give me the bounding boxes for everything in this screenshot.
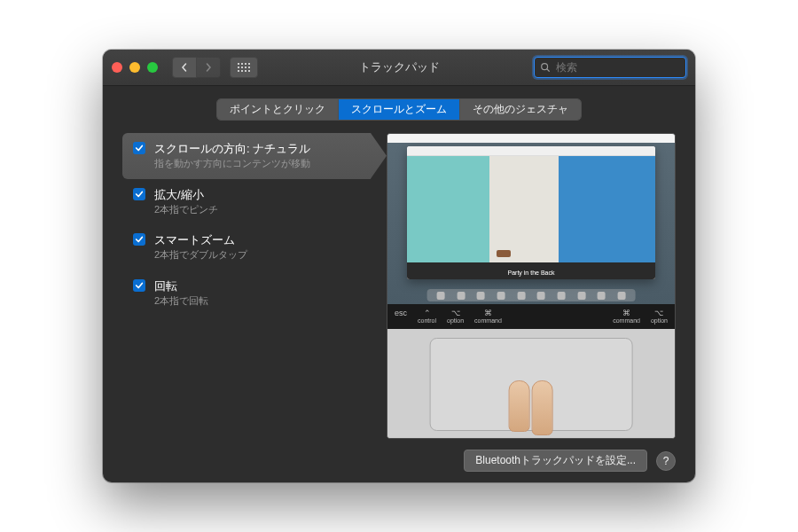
- key-control: ⌃control: [418, 309, 436, 324]
- nav-buttons: [172, 57, 221, 78]
- checkmark-icon: [135, 281, 144, 290]
- preview-caption: Party in the Back: [407, 262, 655, 279]
- option-scroll-direction[interactable]: スクロールの方向: ナチュラル 指を動かす方向にコンテンツが移動: [122, 133, 371, 179]
- bluetooth-trackpad-button[interactable]: Bluetoothトラックパッドを設定...: [464, 450, 647, 472]
- key-esc: esc: [395, 309, 407, 324]
- option-text: スマートズーム 2本指でダブルタップ: [154, 232, 247, 262]
- checkmark-icon: [135, 144, 144, 153]
- preview-caption-title: Party in the Back: [508, 270, 555, 277]
- option-subtitle: 2本指でダブルタップ: [154, 248, 247, 262]
- chevron-right-icon: [204, 63, 213, 72]
- checkbox-scroll-direction[interactable]: [133, 142, 145, 154]
- close-window-button[interactable]: [112, 62, 122, 73]
- option-subtitle: 2本指で回転: [154, 294, 208, 308]
- option-title: スクロールの方向: ナチュラル: [154, 141, 310, 157]
- search-icon: [540, 62, 551, 73]
- titlebar: トラックパッド: [103, 50, 695, 86]
- window-controls: [112, 62, 158, 73]
- preferences-window: トラックパッド ポイントとクリック スクロールとズーム その他のジェスチャ: [103, 50, 695, 482]
- tab-point-and-click[interactable]: ポイントとクリック: [217, 99, 339, 120]
- preview-trackpad-area: [387, 329, 675, 438]
- show-all-button[interactable]: [230, 57, 258, 78]
- option-title: スマートズーム: [154, 232, 247, 248]
- svg-line-1: [547, 69, 549, 71]
- checkbox-smart-zoom[interactable]: [133, 233, 145, 246]
- main-area: スクロールの方向: ナチュラル 指を動かす方向にコンテンツが移動 拡大/縮小 2…: [122, 133, 676, 439]
- grid-icon: [238, 63, 250, 72]
- options-list: スクロールの方向: ナチュラル 指を動かす方向にコンテンツが移動 拡大/縮小 2…: [122, 133, 371, 439]
- preview-fingers: [509, 380, 553, 435]
- footer: Bluetoothトラックパッドを設定... ?: [122, 439, 676, 472]
- back-button[interactable]: [172, 57, 197, 78]
- key-option-right: ⌥option: [651, 309, 668, 324]
- option-text: 拡大/縮小 2本指でピンチ: [154, 187, 218, 217]
- option-rotate[interactable]: 回転 2本指で回転: [122, 270, 371, 317]
- preview-menubar: [387, 134, 675, 143]
- search-field[interactable]: [534, 57, 686, 78]
- option-pinch-zoom[interactable]: 拡大/縮小 2本指でピンチ: [122, 179, 371, 225]
- option-title: 拡大/縮小: [154, 187, 218, 203]
- key-command-right: ⌘command: [613, 309, 640, 324]
- option-title: 回転: [154, 278, 208, 294]
- tab-scroll-and-zoom[interactable]: スクロールとズーム: [339, 99, 460, 120]
- preview-app-window: Party in the Back: [407, 146, 655, 279]
- key-option-left: ⌥option: [447, 309, 464, 324]
- checkmark-icon: [135, 190, 144, 199]
- search-input[interactable]: [554, 60, 691, 74]
- gesture-preview: Party in the Back esc ⌃control ⌥option ⌘…: [387, 133, 676, 439]
- minimize-window-button[interactable]: [129, 62, 140, 73]
- checkbox-rotate[interactable]: [133, 279, 145, 292]
- preview-art: [407, 156, 655, 262]
- finger-icon: [532, 380, 553, 435]
- key-command-left: ⌘command: [474, 309, 502, 324]
- checkmark-icon: [135, 235, 144, 244]
- tab-bar: ポイントとクリック スクロールとズーム その他のジェスチャ: [216, 98, 582, 121]
- option-text: 回転 2本指で回転: [154, 278, 208, 309]
- preview-dock: [427, 289, 636, 301]
- help-button[interactable]: ?: [656, 451, 676, 471]
- finger-icon: [509, 380, 530, 432]
- option-subtitle: 指を動かす方向にコンテンツが移動: [154, 157, 310, 170]
- option-smart-zoom[interactable]: スマートズーム 2本指でダブルタップ: [122, 224, 371, 270]
- checkbox-pinch-zoom[interactable]: [133, 188, 145, 200]
- preview-keyboard-row: esc ⌃control ⌥option ⌘command ⌘command ⌥…: [387, 304, 675, 329]
- chevron-left-icon: [180, 63, 189, 72]
- preview-screen: Party in the Back: [387, 134, 675, 304]
- zoom-window-button[interactable]: [147, 62, 158, 73]
- preview-trackpad: [430, 338, 633, 431]
- preview-app-toolbar: [407, 146, 655, 156]
- content: ポイントとクリック スクロールとズーム その他のジェスチャ スクロールの方向: …: [103, 86, 695, 482]
- option-subtitle: 2本指でピンチ: [154, 203, 218, 216]
- option-text: スクロールの方向: ナチュラル 指を動かす方向にコンテンツが移動: [154, 141, 310, 171]
- tab-more-gestures[interactable]: その他のジェスチャ: [460, 99, 581, 120]
- forward-button[interactable]: [197, 57, 221, 78]
